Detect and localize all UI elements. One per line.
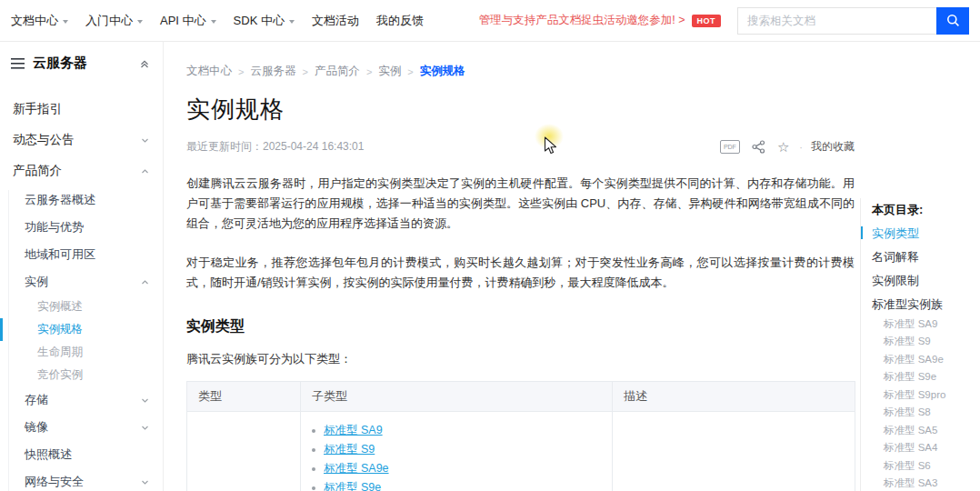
toc-sub-s9[interactable]: 标准型 S9 <box>872 335 980 348</box>
hamburger-menu-icon[interactable] <box>11 58 25 69</box>
toc-item-standard-family[interactable]: 标准型实例族 <box>872 296 980 313</box>
favorite-star-icon[interactable]: ☆ <box>777 140 789 154</box>
search-button[interactable] <box>936 7 969 35</box>
sidebar-item-snapshot-overview[interactable]: 快照概述 <box>0 441 163 468</box>
search-bar <box>737 7 969 35</box>
nav-label: SDK 中心 <box>234 13 285 29</box>
instance-type-table: 类型 子类型 描述 标准型 SA9 标准型 S9 标准型 SA9e 标准型 S9… <box>186 381 855 491</box>
breadcrumb-instance[interactable]: 实例 <box>378 64 401 79</box>
toc-item-instance-limits[interactable]: 实例限制 <box>872 273 980 289</box>
column-header-subtype: 子类型 <box>301 382 613 412</box>
caret-down-icon <box>137 20 143 24</box>
doc-page: { "colors": { "accent_link_blue": "#1d9f… <box>0 0 980 491</box>
table-row: 标准型 SA9 标准型 S9 标准型 SA9e 标准型 S9e 标准型 S9pr… <box>187 412 855 491</box>
page-toc: 本页目录: 实例类型 名词解释 实例限制 标准型实例族 标准型 SA9 标准型 … <box>860 198 980 491</box>
sidebar-item-cvm-overview[interactable]: 云服务器概述 <box>0 186 163 214</box>
left-sidebar: 云服务器 新手指引 动态与公告 产品简介 云服务器概述 功能与优势 地域和可用区… <box>0 42 164 491</box>
share-icon[interactable] <box>752 140 765 154</box>
top-nav: 文档中心 入门中心 API 中心 SDK 中心 文档活动 我的反馈 <box>11 13 441 29</box>
nav-doc-activity[interactable]: 文档活动 <box>312 13 359 29</box>
toc-sub-s8[interactable]: 标准型 S8 <box>872 406 980 419</box>
last-updated-time: 最近更新时间：2025-04-24 16:43:01 <box>186 139 364 155</box>
breadcrumb-separator: > <box>302 66 307 77</box>
sidebar-item-label: 实例 <box>25 274 48 290</box>
toc-item-instance-types[interactable]: 实例类型 <box>872 225 980 242</box>
caret-down-icon <box>63 20 68 24</box>
sidebar-item-spot-instance[interactable]: 竞价实例 <box>0 364 163 386</box>
toc-sub-s9e[interactable]: 标准型 S9e <box>872 370 980 384</box>
toc-sub-s9pro[interactable]: 标准型 S9pro <box>872 388 980 402</box>
paragraph-instance-intro: 创建腾讯云云服务器时，用户指定的实例类型决定了实例的主机硬件配置。每个实例类型提… <box>186 174 855 234</box>
toc-sub-sa3[interactable]: 标准型 SA3 <box>872 476 980 490</box>
toc-item-glossary[interactable]: 名词解释 <box>872 249 980 266</box>
sidebar-item-instance-overview[interactable]: 实例概述 <box>0 296 163 318</box>
breadcrumb-separator: > <box>366 66 372 77</box>
list-item: 标准型 S9e <box>312 478 601 491</box>
chevron-down-icon <box>140 477 150 487</box>
breadcrumb-doc-center[interactable]: 文档中心 <box>186 64 232 79</box>
pdf-download-icon[interactable]: PDF <box>720 140 740 154</box>
breadcrumb-product-intro[interactable]: 产品简介 <box>315 64 360 79</box>
sidebar-item-product-intro[interactable]: 产品简介 <box>0 155 163 186</box>
sidebar-item-announcements[interactable]: 动态与公告 <box>0 125 163 155</box>
caret-down-icon <box>289 20 295 24</box>
sidebar-item-network-security[interactable]: 网络与安全 <box>0 468 163 491</box>
toc-sub-sa9e[interactable]: 标准型 SA9e <box>872 353 980 366</box>
mouse-cursor <box>544 136 557 155</box>
chevron-down-icon <box>140 423 150 433</box>
subtype-cell: 标准型 SA9 标准型 S9 标准型 SA9e 标准型 S9e 标准型 S9pr… <box>301 412 613 491</box>
sidebar-item-label: 快照概述 <box>25 446 72 463</box>
chevron-down-icon <box>140 135 150 145</box>
sidebar-item-instance-specs[interactable]: 实例规格 <box>0 318 163 341</box>
promo-text: 管理与支持产品文档捉虫活动邀您参加! > <box>479 13 685 28</box>
sidebar-item-label: 实例概述 <box>37 299 83 315</box>
sidebar-product-title: 云服务器 <box>33 55 139 72</box>
collapse-double-chevron-up-icon[interactable] <box>139 58 150 69</box>
sidebar-item-label: 生命周期 <box>37 345 83 360</box>
chevron-up-icon <box>140 277 150 287</box>
sidebar-item-regions[interactable]: 地域和可用区 <box>0 241 163 268</box>
sidebar-item-lifecycle[interactable]: 生命周期 <box>0 341 163 364</box>
sidebar-item-label: 新手指引 <box>13 101 62 117</box>
column-header-type: 类型 <box>187 382 301 412</box>
list-item: 标准型 SA9 <box>312 421 601 440</box>
subtype-link-s9[interactable]: 标准型 S9 <box>324 442 375 457</box>
main-content: 文档中心> 云服务器> 产品简介> 实例> 实例规格 实例规格 最近更新时间：2… <box>164 42 980 491</box>
subtype-link-sa9e[interactable]: 标准型 SA9e <box>324 461 389 476</box>
nav-label: API 中心 <box>160 13 206 29</box>
nav-api-center[interactable]: API 中心 <box>160 13 216 29</box>
table-header-row: 类型 子类型 描述 <box>187 382 855 412</box>
sidebar-item-instance[interactable]: 实例 <box>0 268 163 296</box>
sidebar-item-label: 实例规格 <box>37 322 83 337</box>
nav-sdk-center[interactable]: SDK 中心 <box>234 13 295 29</box>
nav-label: 文档中心 <box>11 13 58 29</box>
top-header: 文档中心 入门中心 API 中心 SDK 中心 文档活动 我的反馈 管理与支持产… <box>0 0 980 42</box>
paragraph-billing: 对于稳定业务，推荐您选择包年包月的计费模式，购买时长越久越划算；对于突发性业务高… <box>186 253 855 293</box>
subtype-link-s9e[interactable]: 标准型 S9e <box>324 480 381 491</box>
search-input[interactable] <box>737 7 936 35</box>
sidebar-item-label: 动态与公告 <box>13 132 75 148</box>
subtype-link-sa9[interactable]: 标准型 SA9 <box>324 423 383 438</box>
nav-doc-center[interactable]: 文档中心 <box>11 13 68 29</box>
breadcrumb-cvm[interactable]: 云服务器 <box>250 64 295 79</box>
promo-banner[interactable]: 管理与支持产品文档捉虫活动邀您参加! > HOT <box>479 13 721 28</box>
sidebar-header: 云服务器 <box>0 42 163 81</box>
sidebar-item-images[interactable]: 镜像 <box>0 414 163 441</box>
sidebar-item-beginner-guide[interactable]: 新手指引 <box>0 94 163 125</box>
sidebar-item-label: 地域和可用区 <box>25 246 95 263</box>
sidebar-item-storage[interactable]: 存储 <box>0 386 163 414</box>
type-cell <box>187 412 301 491</box>
breadcrumb-separator: > <box>238 66 244 77</box>
hot-badge: HOT <box>692 15 722 27</box>
sidebar-item-features[interactable]: 功能与优势 <box>0 214 163 241</box>
toc-sub-sa5[interactable]: 标准型 SA5 <box>872 424 980 437</box>
nav-my-feedback[interactable]: 我的反馈 <box>376 13 424 29</box>
page-title: 实例规格 <box>186 94 855 125</box>
toc-sub-sa9[interactable]: 标准型 SA9 <box>872 317 980 331</box>
sidebar-item-label: 云服务器概述 <box>25 192 95 208</box>
sidebar-item-label: 镜像 <box>25 419 48 436</box>
toc-sub-s6[interactable]: 标准型 S6 <box>872 459 980 473</box>
toc-sub-sa4[interactable]: 标准型 SA4 <box>872 441 980 455</box>
my-favorites-link[interactable]: 我的收藏 <box>811 139 855 155</box>
nav-getting-started[interactable]: 入门中心 <box>85 13 143 29</box>
